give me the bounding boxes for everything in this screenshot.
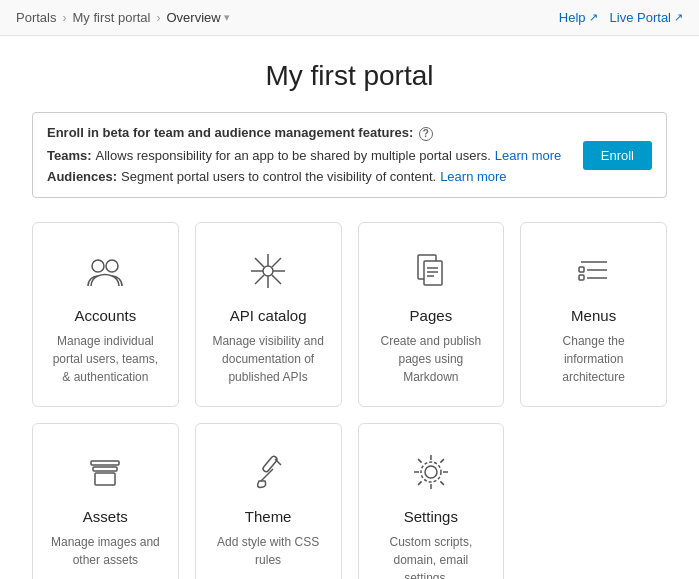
help-link[interactable]: Help ↗ (559, 10, 598, 25)
card-settings[interactable]: SettingsCustom scripts, domain, email se… (358, 423, 505, 579)
card-pages-title: Pages (410, 307, 453, 324)
breadcrumb-sep-1: › (62, 11, 66, 25)
svg-point-2 (263, 266, 273, 276)
card-assets-desc: Manage images and other assets (49, 533, 162, 569)
beta-banner-text: Enroll in beta for team and audience man… (47, 123, 567, 187)
svg-point-26 (425, 466, 437, 478)
top-bar: Portals › My first portal › Overview ▾ H… (0, 0, 699, 36)
accounts-icon (81, 247, 129, 295)
breadcrumb-portals[interactable]: Portals (16, 10, 56, 25)
top-bar-actions: Help ↗ Live Portal ↗ (559, 10, 683, 25)
external-link-icon-2: ↗ (674, 11, 683, 24)
assets-icon (81, 448, 129, 496)
card-placeholder-0 (520, 423, 667, 579)
card-api-catalog-title: API catalog (230, 307, 307, 324)
svg-point-27 (421, 462, 441, 482)
card-menus[interactable]: MenusChange the information architecture (520, 222, 667, 407)
card-menus-desc: Change the information architecture (537, 332, 650, 386)
card-api-catalog[interactable]: API catalogManage visibility and documen… (195, 222, 342, 407)
svg-rect-21 (91, 461, 119, 465)
svg-rect-24 (262, 456, 278, 474)
enroll-button[interactable]: Enroll (583, 141, 652, 170)
api-icon (244, 247, 292, 295)
beta-teams-row: Teams: Allows responsibility for an app … (47, 146, 567, 167)
teams-desc: Allows responsibility for an app to be s… (96, 146, 491, 167)
audiences-label: Audiences: (47, 167, 117, 188)
svg-rect-20 (579, 275, 584, 280)
menus-icon (570, 247, 618, 295)
breadcrumb-portal[interactable]: My first portal (72, 10, 150, 25)
card-settings-title: Settings (404, 508, 458, 525)
svg-point-1 (106, 260, 118, 272)
card-settings-desc: Custom scripts, domain, email settings… (375, 533, 488, 579)
chevron-down-icon[interactable]: ▾ (224, 11, 230, 24)
card-theme[interactable]: ThemeAdd style with CSS rules (195, 423, 342, 579)
beta-banner-title: Enroll in beta for team and audience man… (47, 123, 567, 144)
card-assets-title: Assets (83, 508, 128, 525)
theme-icon (244, 448, 292, 496)
pages-icon (407, 247, 455, 295)
card-accounts[interactable]: AccountsManage individual portal users, … (32, 222, 179, 407)
settings-icon (407, 448, 455, 496)
breadcrumb: Portals › My first portal › Overview ▾ (16, 10, 230, 25)
help-icon[interactable]: ? (419, 127, 433, 141)
beta-banner: Enroll in beta for team and audience man… (32, 112, 667, 198)
card-accounts-title: Accounts (75, 307, 137, 324)
audiences-desc: Segment portal users to control the visi… (121, 167, 436, 188)
svg-rect-22 (93, 467, 117, 471)
live-portal-link[interactable]: Live Portal ↗ (610, 10, 683, 25)
card-assets[interactable]: AssetsManage images and other assets (32, 423, 179, 579)
svg-line-9 (272, 258, 281, 267)
card-grid-top: AccountsManage individual portal users, … (32, 222, 667, 407)
main-content: My first portal Enroll in beta for team … (0, 36, 699, 579)
card-accounts-desc: Manage individual portal users, teams, &… (49, 332, 162, 386)
svg-rect-19 (579, 267, 584, 272)
svg-line-10 (255, 275, 264, 284)
teams-label: Teams: (47, 146, 92, 167)
card-theme-desc: Add style with CSS rules (212, 533, 325, 569)
svg-line-8 (272, 275, 281, 284)
card-menus-title: Menus (571, 307, 616, 324)
audiences-learn-more[interactable]: Learn more (440, 167, 506, 188)
svg-rect-12 (424, 261, 442, 285)
card-pages[interactable]: PagesCreate and publish pages using Mark… (358, 222, 505, 407)
card-api-catalog-desc: Manage visibility and documentation of p… (212, 332, 325, 386)
breadcrumb-sep-2: › (156, 11, 160, 25)
page-title: My first portal (32, 60, 667, 92)
breadcrumb-current: Overview ▾ (166, 10, 229, 25)
card-grid-bottom: AssetsManage images and other assets The… (32, 423, 667, 579)
external-link-icon: ↗ (589, 11, 598, 24)
svg-point-0 (92, 260, 104, 272)
card-theme-title: Theme (245, 508, 292, 525)
svg-rect-23 (95, 473, 115, 485)
card-pages-desc: Create and publish pages using Markdown (375, 332, 488, 386)
beta-audiences-row: Audiences: Segment portal users to contr… (47, 167, 567, 188)
teams-learn-more[interactable]: Learn more (495, 146, 561, 167)
svg-line-7 (255, 258, 264, 267)
